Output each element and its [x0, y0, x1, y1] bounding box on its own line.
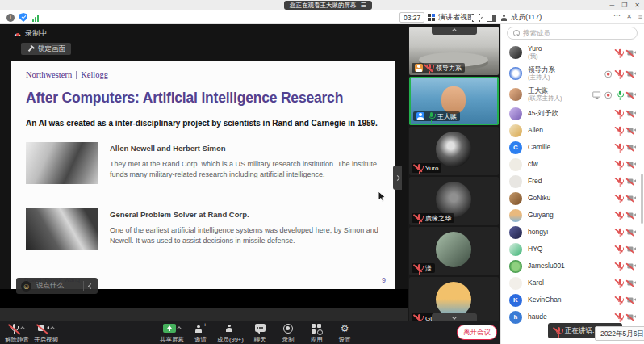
- encryption-shield-icon[interactable]: [19, 13, 27, 22]
- slide-title: After Computers: Artificial Intelligence…: [26, 90, 343, 107]
- participant-row[interactable]: Yuro (我): [501, 42, 644, 63]
- date-tooltip: 2022年5月6日: [595, 326, 644, 341]
- audio-options-caret[interactable]: [21, 325, 24, 332]
- fullscreen-icon: [472, 14, 480, 22]
- filmstrip-collapse-tab[interactable]: [393, 166, 402, 190]
- search-icon: [513, 30, 520, 36]
- invite-button[interactable]: + 邀请: [187, 323, 214, 344]
- logo-northwestern: Northwestern: [26, 70, 72, 79]
- filmstrip-scroll-down-button[interactable]: [432, 313, 477, 321]
- participant-row[interactable]: Fred: [501, 173, 644, 190]
- emoji-icon[interactable]: ☺: [21, 281, 31, 292]
- participants-header-button[interactable]: 成员(117): [500, 12, 542, 23]
- share-options-caret[interactable]: [178, 325, 181, 332]
- participant-row[interactable]: HYQ: [501, 241, 644, 258]
- participant-row[interactable]: hongyi: [501, 224, 644, 241]
- mic-muted-icon: [616, 110, 623, 118]
- video-tile-leadership[interactable]: 领导力系: [409, 27, 499, 75]
- mic-muted-icon: [415, 214, 423, 223]
- camera-off-icon: [627, 212, 636, 219]
- participants-button[interactable]: 成员(99+): [215, 323, 245, 344]
- chevron-down-icon: [452, 315, 457, 320]
- tile-name: 领导力系: [436, 64, 462, 73]
- leave-meeting-button[interactable]: 离开会议: [457, 325, 497, 340]
- participants-panel: Yuro (我) 领导力系 (主持人): [500, 24, 644, 344]
- view-grid-icon: [428, 14, 435, 21]
- video-tile[interactable]: Yuro: [409, 127, 499, 175]
- participant-row[interactable]: Guiyang: [501, 207, 644, 224]
- video-tile-active-speaker[interactable]: 王大嗾: [409, 77, 499, 125]
- participant-row[interactable]: 王大嗾 (联席主持人): [501, 84, 644, 105]
- logo-kellogg: Kellogg: [81, 70, 108, 79]
- participant-row[interactable]: GoNiku: [501, 190, 644, 207]
- participant-avatar: [436, 282, 471, 317]
- participants-label: 成员(99+): [217, 336, 244, 344]
- camera-off-icon: [627, 178, 636, 185]
- participant-row[interactable]: K KevinChan: [501, 292, 644, 308]
- watching-screen-banner[interactable]: 您正在观看王大嗾的屏幕 ☰: [284, 1, 372, 10]
- start-video-button[interactable]: 开启视频: [32, 323, 60, 344]
- video-tile[interactable]: 漾: [409, 227, 499, 275]
- section-body: They met at the Rand Corp. which is a US…: [110, 159, 386, 180]
- info-icon[interactable]: i: [6, 14, 15, 22]
- pin-screen-chip[interactable]: 锁定画面: [21, 43, 71, 55]
- panel-close-button[interactable]: ✕: [626, 13, 632, 20]
- video-tile[interactable]: 廣缘之华: [409, 177, 499, 225]
- participant-row[interactable]: Jameslu001: [501, 258, 644, 275]
- participant-role: (我): [528, 53, 608, 61]
- participant-search[interactable]: [507, 27, 638, 40]
- apps-button[interactable]: 应用: [303, 323, 330, 344]
- participant-list: Yuro (我) 领导力系 (主持人): [501, 42, 644, 344]
- participant-avatar: [509, 277, 522, 290]
- quick-chat-input[interactable]: 说点什么...: [36, 281, 78, 291]
- person-icon: [500, 14, 508, 21]
- quick-chat-bar[interactable]: ☺ 说点什么...: [16, 278, 98, 294]
- titlebar: 您正在观看王大嗾的屏幕 ☰ ─ ❐ ✕: [0, 0, 644, 10]
- participant-avatar: [509, 158, 522, 171]
- video-options-caret[interactable]: [51, 325, 54, 332]
- start-video-label: 开启视频: [34, 336, 58, 344]
- close-button[interactable]: ✕: [634, 2, 640, 9]
- chevron-left-icon[interactable]: [88, 283, 94, 288]
- side-panel-layout-button[interactable]: [487, 15, 496, 22]
- camera-off-icon: [627, 195, 636, 202]
- record-button[interactable]: 录制: [275, 323, 302, 344]
- panel-menu-icon[interactable]: ≡: [638, 13, 642, 21]
- meeting-timer: 03:27: [399, 12, 424, 23]
- maximize-button[interactable]: ❐: [621, 2, 627, 9]
- camera-off-icon: [38, 324, 49, 334]
- recording-icon: [604, 70, 612, 78]
- photo-newell-simon: [26, 142, 98, 184]
- avatar-badge-icon: [415, 64, 423, 72]
- participant-name: HYQ: [528, 245, 608, 254]
- share-screen-button[interactable]: 共享屏幕: [158, 323, 186, 344]
- fullscreen-button[interactable]: [472, 14, 480, 22]
- camera-off-icon: [627, 110, 636, 117]
- participant-row[interactable]: C Camille: [501, 139, 644, 156]
- mic-muted-icon: [616, 48, 623, 57]
- participant-row[interactable]: 45-刘予歆: [501, 105, 644, 122]
- participant-row[interactable]: Allen: [501, 122, 644, 139]
- participant-avatar: h: [509, 311, 522, 324]
- unmute-button[interactable]: 解除静音: [3, 323, 31, 344]
- participant-name: Fred: [528, 178, 608, 186]
- minimize-button[interactable]: ─: [609, 2, 614, 9]
- search-input[interactable]: [523, 29, 620, 37]
- pin-icon: [25, 44, 36, 54]
- filmstrip-collapse-up-button[interactable]: [432, 27, 477, 35]
- participant-row[interactable]: cfw: [501, 156, 644, 173]
- participant-row[interactable]: Karol: [501, 275, 644, 292]
- recording-indicator: ☁ 录制中: [13, 28, 47, 39]
- chat-button[interactable]: 聊天: [247, 323, 274, 344]
- participant-name: Camille: [528, 144, 608, 152]
- participant-avatar: [436, 132, 471, 167]
- panel-scrollbar[interactable]: [641, 174, 643, 224]
- panel-more-button[interactable]: ⋯: [613, 11, 621, 19]
- settings-button[interactable]: ⚙ 设置: [332, 323, 358, 344]
- camera-off-icon: [627, 70, 636, 78]
- participant-row[interactable]: 领导力系 (主持人): [501, 63, 644, 84]
- camera-off-icon: [627, 279, 636, 287]
- settings-label: 设置: [339, 336, 351, 344]
- banner-menu-icon[interactable]: ☰: [361, 2, 366, 9]
- mic-muted-icon: [616, 161, 623, 169]
